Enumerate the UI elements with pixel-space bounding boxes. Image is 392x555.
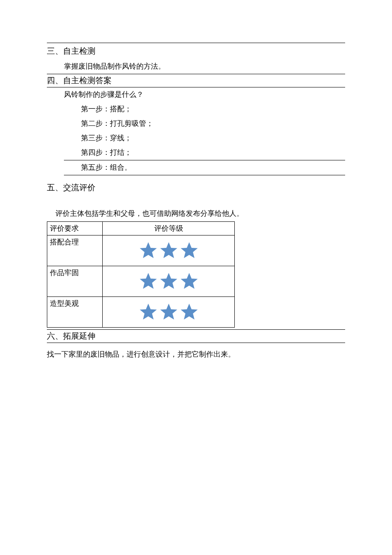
document-page: 三、自主检测 掌握废旧物品制作风铃的方法。 四、自主检测答案 风铃制作的步骤是什…: [0, 0, 392, 555]
svg-marker-2: [181, 242, 198, 258]
table-row: 作品牢固: [47, 266, 235, 296]
table-cell-level: [103, 235, 235, 266]
table-cell-level: [103, 296, 235, 327]
step-item: 第一步：搭配；: [47, 102, 345, 116]
spacer: [47, 175, 345, 180]
svg-marker-6: [140, 304, 157, 320]
svg-marker-7: [160, 304, 177, 320]
section-3-body: 掌握废旧物品制作风铃的方法。: [47, 59, 345, 74]
star-icon: [138, 241, 158, 260]
star-icon: [138, 271, 158, 291]
step-item: 第五步：组合。: [47, 160, 345, 175]
table-header-requirement: 评价要求: [47, 221, 103, 235]
star-icon: [179, 271, 199, 291]
section-heading-4: 四、自主检测答案: [47, 75, 345, 86]
divider: [47, 43, 345, 43]
svg-marker-5: [181, 273, 198, 289]
section-heading-3: 三、自主检测: [47, 46, 345, 57]
table-cell-level: [103, 266, 235, 296]
star-icon: [159, 241, 179, 260]
star-icon: [159, 271, 179, 291]
svg-marker-8: [181, 304, 198, 320]
section-5-note: 评价主体包括学生和父母，也可借助网络发布分享给他人。: [47, 209, 345, 219]
table-header-level: 评价等级: [103, 221, 235, 235]
step-item: 第二步：打孔剪吸管；: [47, 116, 345, 131]
svg-marker-4: [160, 273, 177, 289]
table-cell-requirement: 造型美观: [47, 296, 103, 327]
star-icon: [179, 302, 199, 322]
evaluation-table: 评价要求 评价等级 搭配合理 作品牢固: [47, 221, 235, 328]
table-row: 搭配合理: [47, 235, 235, 266]
star-rating: [105, 237, 232, 264]
section-4-question: 风铃制作的步骤是什么？: [47, 87, 345, 102]
svg-marker-0: [140, 242, 157, 258]
star-icon: [159, 302, 179, 322]
svg-marker-1: [160, 242, 177, 258]
section-heading-6: 六、拓展延伸: [47, 331, 345, 342]
divider: [47, 74, 345, 74]
table-cell-requirement: 作品牢固: [47, 266, 103, 296]
step-item: 第四步：打结；: [47, 145, 345, 160]
section-6-body: 找一下家里的废旧物品，进行创意设计，并把它制作出来。: [47, 347, 345, 362]
star-icon: [138, 302, 158, 322]
table-cell-requirement: 搭配合理: [47, 235, 103, 266]
section-heading-5: 五、交流评价: [47, 182, 345, 193]
spacer: [47, 343, 345, 347]
table-row: 造型美观: [47, 296, 235, 327]
spacer: [47, 196, 345, 209]
star-rating: [105, 268, 232, 295]
step-item: 第三步：穿线；: [47, 131, 345, 145]
divider: [47, 329, 345, 330]
star-icon: [179, 241, 199, 260]
star-rating: [105, 299, 232, 325]
svg-marker-3: [140, 273, 157, 289]
